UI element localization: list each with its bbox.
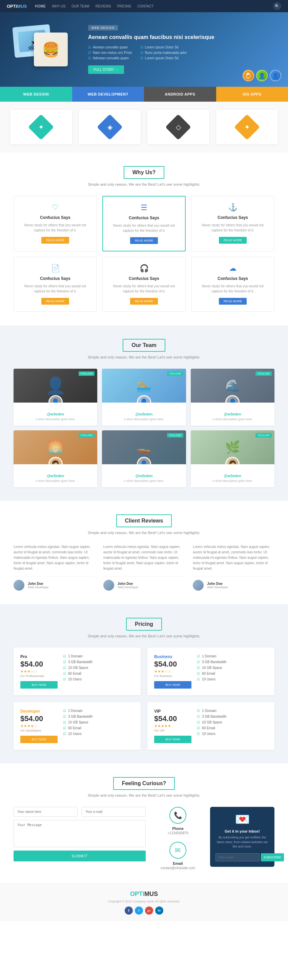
heart-icon: ♡ xyxy=(19,203,91,212)
social-linkedin[interactable]: in xyxy=(155,907,163,915)
subscribe-button[interactable]: SUBSCRIBE xyxy=(261,853,284,861)
feature-b-2: ☑3 GB Bandwidth xyxy=(197,660,268,664)
team-card-6: 🌿 FOLLOW 👩 @w3eden A short description g… xyxy=(191,430,274,487)
section-subtitle-team: Simple and only reason, We are the Best!… xyxy=(14,355,274,359)
hero-feature: ☑ Nunc porta malesuada ador xyxy=(140,51,187,54)
newsletter-input[interactable] xyxy=(215,853,259,861)
why-card-text: Never study for others that you would no… xyxy=(197,284,269,294)
why-card-text: Never study for others that you would no… xyxy=(19,223,91,233)
read-more-btn-2[interactable]: READ MORE xyxy=(130,237,158,244)
buy-now-btn-pro[interactable]: BUY NOW xyxy=(20,681,57,689)
reviewer-avatar-2 xyxy=(103,580,114,591)
headphone-icon: 🎧 xyxy=(108,264,180,273)
team-info-6: @w3eden A short description goes here. xyxy=(191,464,274,487)
why-card-title: Confucius Says xyxy=(108,276,180,281)
pricing-grid: Pro $54.00 ★★★☆☆ For Professionals BUY N… xyxy=(14,648,274,750)
team-photo-1: 👤 FOLLOW 👤 xyxy=(14,369,97,402)
tab-android[interactable]: ANDROID APPS xyxy=(144,87,216,102)
footer-socials: f t g+ in xyxy=(14,907,274,915)
section-header-pricing: Pricing Simple and only reason, We are t… xyxy=(14,618,274,638)
team-info-2: @w3eden A short description goes here. xyxy=(102,402,186,426)
buy-now-btn-business[interactable]: BUY NOW xyxy=(154,681,191,689)
nav-contact[interactable]: CONTACT xyxy=(137,5,153,8)
read-more-btn-3[interactable]: READ MORE xyxy=(219,237,247,243)
buy-now-btn-vip[interactable]: BUY NOW xyxy=(154,736,191,743)
team-photo-5: 🚤 FOLLOW 👤 xyxy=(102,430,186,464)
pricing-left-dev: Developer $54.00 ★★★★☆ For Developers BU… xyxy=(20,709,57,743)
team-photo-6: 🌿 FOLLOW 👩 xyxy=(191,430,274,464)
feature-d-5: ☑10 Users xyxy=(63,732,134,736)
review-text-2: Lorem vehicula metus egestas. Nam augue … xyxy=(103,544,185,571)
submit-button[interactable]: SUBMIT xyxy=(14,851,146,861)
message-textarea[interactable] xyxy=(14,820,146,847)
team-avatar-1: 👤 xyxy=(48,395,63,402)
hero-feature: ☑ Admean convallis quam xyxy=(88,56,132,60)
hero-images: 🏖 🍔 xyxy=(14,22,78,76)
why-card-text: Never study for others that you would no… xyxy=(108,284,180,294)
read-more-btn-1[interactable]: READ MORE xyxy=(41,237,70,243)
review-text-1: Lorem vehicula metus egestas. Nam augue … xyxy=(14,544,95,571)
nav-our-team[interactable]: OUR TEAM xyxy=(72,5,89,8)
tab-ios[interactable]: IOS APPS xyxy=(216,87,288,102)
team-info-5: @w3eden A short description goes here. xyxy=(102,464,186,487)
reviewer-role-1: Web Developer xyxy=(28,585,49,589)
feature-pro-3: ☑10 GB Space xyxy=(63,666,134,670)
reviewer-role-3: Web Developer xyxy=(207,585,228,589)
section-subtitle-pricing: Simple and only reason, We are the Best!… xyxy=(14,634,274,638)
team-username-5: @w3eden xyxy=(106,474,181,478)
read-more-btn-5[interactable]: READ MORE xyxy=(130,298,158,305)
reviewer-2: John Doe Web Developer xyxy=(103,576,185,591)
hero-feature: ☑ Lorem ipsum Dolor Sit xyxy=(140,45,187,49)
nav-home[interactable]: HOME xyxy=(35,5,46,8)
tab-web-design[interactable]: WEB DESIGN xyxy=(0,87,72,102)
follow-btn-1[interactable]: FOLLOW xyxy=(79,371,95,376)
email-field[interactable] xyxy=(82,807,146,817)
name-input[interactable] xyxy=(14,807,78,817)
tab-web-dev[interactable]: WEB DEVELOPMENT xyxy=(72,87,144,102)
follow-btn-6[interactable]: FOLLOW xyxy=(256,433,272,438)
diamond-icon-orange: ✦ xyxy=(234,114,260,140)
pricing-for-dev: For Developers xyxy=(20,729,57,732)
why-card-text: Never study for others that you would no… xyxy=(19,284,91,294)
why-card-5: 🎧 Confucius Says Never study for others … xyxy=(102,257,186,312)
social-twitter[interactable]: t xyxy=(135,907,143,915)
feature-b-3: ☑10 GB Space xyxy=(197,666,268,670)
buy-now-btn-dev[interactable]: BUY NOW xyxy=(20,736,57,743)
contact-form: SUBMIT xyxy=(14,807,146,861)
team-card-1: 👤 FOLLOW 👤 @w3eden A short description g… xyxy=(14,369,97,426)
section-subtitle-reviews: Simple and only reason, We are the Best!… xyxy=(14,531,274,535)
nav-why-us[interactable]: WHY US xyxy=(52,5,65,8)
team-desc-4: A short description goes here. xyxy=(18,479,93,482)
why-card-6: ☁ Confucius Says Never study for others … xyxy=(191,257,274,312)
search-icon[interactable]: 🔍 xyxy=(273,2,281,10)
avatar-2: 👤 xyxy=(256,70,268,81)
section-header-team: Our Team Simple and only reason, We are … xyxy=(14,339,274,359)
team-username-2: @w3eden xyxy=(106,412,181,416)
feature-pro-2: ☑3 GB Bandwidth xyxy=(63,660,134,664)
follow-btn-3[interactable]: FOLLOW xyxy=(256,371,272,376)
read-more-btn-6[interactable]: READ MORE xyxy=(219,298,247,305)
follow-btn-5[interactable]: FOLLOW xyxy=(167,433,183,438)
follow-btn-2[interactable]: FOLLOW xyxy=(167,371,183,376)
nav-reviews[interactable]: REVIEWS xyxy=(95,5,111,8)
pricing-plan-business: Business xyxy=(154,654,191,659)
hero-cta-button[interactable]: FULL STORY → xyxy=(88,65,124,74)
service-icon-box-1: ✦ xyxy=(10,110,72,144)
nav-pricing[interactable]: PRICING xyxy=(117,5,132,8)
feature-pro-1: ☑1 Domain xyxy=(63,654,134,658)
feature-v-1: ☑1 Domain xyxy=(197,709,268,713)
brand[interactable]: OPTIMUS xyxy=(7,4,27,9)
section-header-why: Why Us? Simple and only reason, We are t… xyxy=(14,166,274,186)
social-googleplus[interactable]: g+ xyxy=(145,907,153,915)
hero-features: ☑ Aenean convallis quam ☑ Nam non metus … xyxy=(88,45,274,60)
read-more-btn-4[interactable]: READ MORE xyxy=(41,298,70,305)
team-username-6: @w3eden xyxy=(195,474,270,478)
pricing-features-business: ☑1 Domain ☑3 GB Bandwidth ☑10 GB Space ☑… xyxy=(197,654,268,689)
why-us-grid: ♡ Confucius Says Never study for others … xyxy=(14,196,274,312)
social-facebook[interactable]: f xyxy=(125,907,133,915)
follow-btn-4[interactable]: FOLLOW xyxy=(79,433,95,438)
pricing-plan-vip: VIP xyxy=(154,709,191,714)
why-card-4: 📄 Confucius Says Never study for others … xyxy=(14,257,97,312)
reviewer-name-2: John Doe xyxy=(118,582,138,585)
pricing-features-pro: ☑1 Domain ☑3 GB Bandwidth ☑10 GB Space ☑… xyxy=(63,654,134,689)
